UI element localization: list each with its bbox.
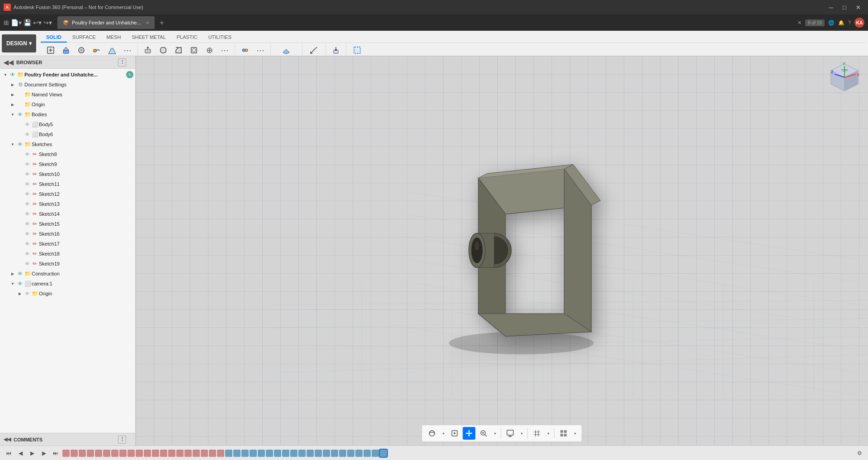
viewport[interactable]: X Y Z TOP ▾ ▾: [136, 56, 868, 446]
browser-root[interactable]: 👁 📁 Poultry Feeder and Unhatche... ↻: [0, 70, 135, 80]
help-icon[interactable]: ?: [848, 20, 851, 25]
timeline-item[interactable]: [62, 450, 70, 457]
measure-button[interactable]: [307, 43, 321, 57]
timeline-item[interactable]: [298, 450, 306, 457]
timeline-track[interactable]: [62, 449, 851, 458]
tab-sheet-metal[interactable]: SHEET METAL: [126, 33, 171, 43]
close-all-tabs-button[interactable]: ✕: [797, 20, 802, 26]
timeline-item[interactable]: [168, 450, 175, 457]
timeline-settings-button[interactable]: ⚙: [854, 448, 864, 458]
doc-settings-toggle[interactable]: [9, 80, 16, 90]
tree-item-sketch18[interactable]: 👁 ✏ Sketch18: [0, 249, 135, 259]
named-views-visibility[interactable]: [16, 90, 24, 100]
tree-item-camera1[interactable]: 👁 ⬜ camera:1: [0, 279, 135, 289]
timeline-item[interactable]: [323, 450, 330, 457]
named-views-toggle[interactable]: [9, 90, 16, 100]
revolve-button[interactable]: [74, 43, 89, 57]
timeline-item[interactable]: [363, 450, 371, 457]
timeline-last-button[interactable]: ⏭: [51, 448, 61, 458]
select-button[interactable]: [350, 43, 364, 57]
zoom-dropdown[interactable]: ▾: [492, 427, 498, 440]
view-cube[interactable]: X Y Z TOP: [826, 62, 863, 98]
timeline-item[interactable]: [87, 450, 94, 457]
redo-button[interactable]: ↪▾: [43, 19, 52, 26]
tree-item-sketch9[interactable]: 👁 ✏ Sketch9: [0, 159, 135, 169]
timeline-item[interactable]: [290, 450, 297, 457]
view-options-button[interactable]: [557, 427, 570, 440]
tab-mesh[interactable]: MESH: [101, 33, 127, 43]
timeline-item[interactable]: [136, 450, 143, 457]
timeline-item[interactable]: [355, 450, 363, 457]
tree-item-sketch17[interactable]: 👁 ✏ Sketch17: [0, 239, 135, 249]
browser-back-icon[interactable]: ◀◀: [4, 59, 14, 66]
tree-item-construction[interactable]: 👁 📁 Construction: [0, 269, 135, 279]
shell-button[interactable]: [187, 43, 201, 57]
timeline-item[interactable]: [119, 450, 127, 457]
timeline-item[interactable]: [160, 450, 167, 457]
timeline-item[interactable]: [372, 450, 379, 457]
chamfer-button[interactable]: [171, 43, 186, 57]
body5-visibility[interactable]: 👁: [24, 119, 31, 129]
bodies-toggle[interactable]: [9, 109, 16, 119]
tree-item-sketch10[interactable]: 👁 ✏ Sketch10: [0, 169, 135, 179]
grid-dropdown[interactable]: ▾: [545, 427, 552, 440]
sketches-toggle[interactable]: [9, 139, 16, 149]
timeline-item[interactable]: [266, 450, 273, 457]
document-tab[interactable]: 📦 Poultry Feeder and Unhatche... ✕: [57, 16, 155, 29]
timeline-item[interactable]: [315, 450, 322, 457]
display-settings-button[interactable]: [504, 427, 517, 440]
new-component-button[interactable]: [43, 43, 58, 57]
timeline-item[interactable]: [233, 450, 241, 457]
timeline-item[interactable]: [184, 450, 192, 457]
tree-item-sketch8[interactable]: 👁 ✏ Sketch8: [0, 149, 135, 159]
origin-visibility[interactable]: [16, 100, 24, 109]
extrude-button[interactable]: [59, 43, 73, 57]
timeline-first-button[interactable]: ⏮: [4, 448, 14, 458]
tree-item-bodies[interactable]: 👁 📁 Bodies: [0, 109, 135, 119]
origin-toggle[interactable]: [9, 100, 16, 109]
timeline-item[interactable]: [95, 450, 102, 457]
pan-button[interactable]: [463, 427, 476, 440]
loft-button[interactable]: [105, 43, 119, 57]
timeline-item[interactable]: [201, 450, 208, 457]
timeline-item[interactable]: [193, 450, 200, 457]
tree-item-body6[interactable]: 👁 ⬜ Body6: [0, 129, 135, 139]
grid-button[interactable]: [531, 427, 543, 440]
add-tab-button[interactable]: ＋: [158, 18, 165, 28]
comments-back-icon[interactable]: ◀◀: [4, 436, 11, 442]
timeline-item[interactable]: [111, 450, 118, 457]
timeline-item[interactable]: [152, 450, 159, 457]
joint-button[interactable]: [238, 43, 252, 57]
move-button[interactable]: ⊕: [202, 43, 217, 57]
zoom-button[interactable]: [477, 427, 490, 440]
timeline-item[interactable]: [250, 450, 257, 457]
timeline-item[interactable]: [217, 450, 224, 457]
more-modify-button[interactable]: ⋯: [217, 43, 232, 57]
bodies-visibility[interactable]: 👁: [16, 109, 24, 119]
tree-item-doc-settings[interactable]: ⚙ Document Settings: [0, 80, 135, 90]
timeline-item[interactable]: [103, 450, 110, 457]
undo-button[interactable]: ↩▾: [33, 19, 42, 26]
timeline-play-button[interactable]: ▶: [27, 448, 37, 458]
timeline-item[interactable]: [339, 450, 346, 457]
timeline-item[interactable]: [274, 450, 281, 457]
browser-options-button[interactable]: ⋮: [118, 58, 126, 66]
timeline-item[interactable]: [347, 450, 354, 457]
tree-item-sketch19[interactable]: 👁 ✏ Sketch19: [0, 259, 135, 269]
close-tab-button[interactable]: ✕: [146, 20, 149, 25]
construct-plane-button[interactable]: [279, 43, 293, 57]
comments-options-button[interactable]: ⋮: [118, 436, 126, 444]
construction-toggle[interactable]: [9, 269, 16, 279]
timeline-item[interactable]: [307, 450, 314, 457]
notifications-icon[interactable]: 🔔: [838, 20, 844, 26]
timeline-item[interactable]: [176, 450, 184, 457]
file-menu[interactable]: 📄▾: [11, 19, 22, 26]
tree-item-origin[interactable]: 📁 Origin: [0, 100, 135, 109]
body6-visibility[interactable]: 👁: [24, 129, 31, 139]
tab-surface[interactable]: SURFACE: [67, 33, 101, 43]
look-at-button[interactable]: [448, 427, 461, 440]
timeline-item[interactable]: [209, 450, 216, 457]
sketches-visibility[interactable]: 👁: [16, 139, 24, 149]
tree-item-body5[interactable]: 👁 ⬜ Body5: [0, 119, 135, 129]
timeline-item[interactable]: [79, 450, 86, 457]
